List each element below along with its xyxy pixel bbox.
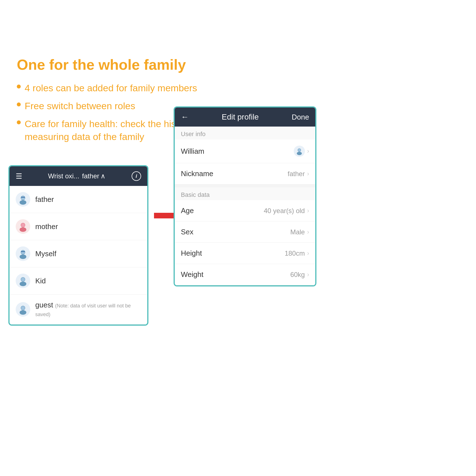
header-title-area: Wrist oxi... father ∧ (48, 172, 106, 180)
menu-icon[interactable]: ☰ (16, 172, 22, 181)
svg-rect-3 (21, 197, 25, 198)
nickname-value-area: father › (288, 170, 309, 178)
weight-label: Weight (181, 270, 203, 279)
height-value-area: 180cm › (285, 249, 309, 257)
height-label: Height (181, 249, 202, 258)
svg-point-12 (20, 282, 26, 286)
svg-point-16 (21, 306, 25, 310)
user-avatar-value: › (294, 146, 309, 157)
phone-panel-left: ☰ Wrist oxi... father ∧ i father (8, 165, 148, 326)
back-button[interactable]: ← (181, 113, 189, 122)
avatar-myself (16, 246, 30, 261)
bullet-dot-2 (17, 102, 21, 106)
father-label: father (35, 195, 54, 204)
svg-point-8 (20, 255, 26, 259)
height-value: 180cm (285, 249, 305, 257)
svg-point-5 (20, 227, 26, 232)
info-icon[interactable]: i (132, 171, 141, 181)
chevron-right-age: › (307, 207, 309, 214)
nickname-label: Nickname (181, 169, 213, 178)
profile-avatar-small (294, 146, 305, 157)
svg-point-6 (21, 223, 25, 227)
phone-header-right: ← Edit profile Done (175, 108, 315, 127)
chevron-right-sex: › (307, 228, 309, 236)
svg-point-9 (21, 250, 25, 254)
chevron-right-nickname: › (307, 170, 309, 178)
user-name-label: William (181, 147, 204, 156)
age-value: 40 year(s) old (264, 207, 305, 215)
edit-profile-title: Edit profile (222, 113, 259, 122)
svg-point-2 (21, 196, 25, 200)
svg-rect-10 (21, 251, 25, 252)
avatar-kid (16, 274, 30, 288)
app-title: Wrist oxi... (48, 172, 80, 180)
role-item-myself[interactable]: Myself (10, 240, 147, 267)
avatar-mother (16, 219, 30, 234)
guest-label: guest (Note: data of visit user will not… (35, 301, 141, 318)
sex-value-area: Male › (290, 228, 309, 236)
role-item-father[interactable]: father (10, 186, 147, 213)
role-name: father (82, 172, 99, 180)
role-title: father ∧ (82, 172, 106, 180)
age-label: Age (181, 206, 194, 215)
bullet-item-1: 4 roles can be added for family members (17, 82, 218, 95)
bullet-dot-3 (17, 120, 21, 124)
weight-row[interactable]: Weight 60kg › (175, 264, 315, 285)
weight-value: 60kg (290, 271, 305, 279)
sex-row[interactable]: Sex Male › (175, 221, 315, 243)
myself-label: Myself (35, 249, 56, 258)
bullet-dot-1 (17, 85, 21, 88)
chevron-right-height: › (307, 250, 309, 257)
svg-point-20 (298, 149, 301, 151)
sex-value: Male (290, 228, 305, 236)
guest-note: (Note: data of visit user will not be sa… (35, 303, 131, 317)
bullet-text-1: 4 roles can be added for family members (25, 82, 197, 95)
role-item-kid[interactable]: Kid (10, 267, 147, 295)
caret-icon: ∧ (101, 172, 106, 180)
phone-header-left: ☰ Wrist oxi... father ∧ i (10, 166, 147, 186)
chevron-right-icon-name: › (307, 148, 309, 155)
height-row[interactable]: Height 180cm › (175, 243, 315, 264)
user-info-section-label: User info (175, 127, 315, 139)
phone-panel-right: ← Edit profile Done User info William › … (174, 106, 316, 286)
age-value-area: 40 year(s) old › (264, 207, 309, 215)
basic-data-section-label: Basic data (175, 187, 315, 200)
svg-point-1 (20, 200, 26, 205)
done-button[interactable]: Done (292, 113, 309, 122)
section-divider (175, 185, 315, 187)
svg-point-19 (297, 152, 302, 155)
svg-point-15 (20, 310, 26, 315)
weight-value-area: 60kg › (290, 271, 309, 279)
chevron-right-weight: › (307, 271, 309, 278)
role-item-guest[interactable]: guest (Note: data of visit user will not… (10, 295, 147, 325)
avatar-guest (16, 302, 30, 317)
user-name-row[interactable]: William › (175, 139, 315, 163)
sex-label: Sex (181, 228, 193, 236)
role-item-mother[interactable]: mother (10, 213, 147, 240)
nickname-value: father (288, 170, 305, 178)
kid-label: Kid (35, 277, 46, 285)
nickname-row[interactable]: Nickname father › (175, 163, 315, 185)
avatar-father (16, 192, 30, 207)
mother-label: mother (35, 222, 58, 231)
age-row[interactable]: Age 40 year(s) old › (175, 200, 315, 221)
bullet-text-2: Free switch between roles (25, 100, 135, 113)
main-title: One for the whole family (17, 56, 218, 73)
svg-point-13 (21, 277, 25, 281)
